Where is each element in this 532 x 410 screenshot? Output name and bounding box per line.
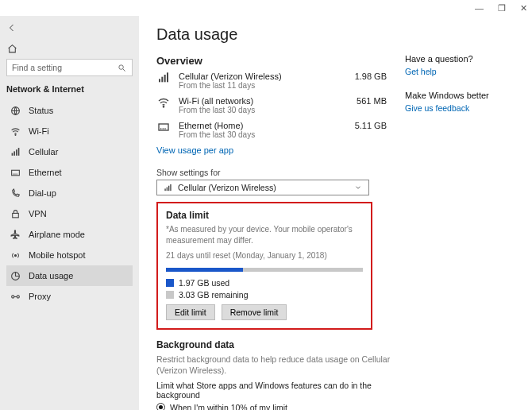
radio-icon [156,403,165,410]
main-content: Have a question? Get help Make Windows b… [139,16,532,410]
data-limit-progress [166,268,363,272]
overview-name: Wi-Fi (all networks) [179,96,349,106]
window-minimize-button[interactable]: — [475,3,484,13]
sidebar-item-dialup[interactable]: Dial-up [6,183,133,203]
aside-get-help-link[interactable]: Get help [405,67,516,76]
radio-label: When I'm within 10% of my limit [170,403,287,410]
svg-point-9 [14,254,16,256]
sidebar: Find a setting Network & Internet Status… [0,16,139,410]
sidebar-item-label: Status [29,106,53,115]
cellular-icon [156,72,171,83]
radio-option-10pct[interactable]: When I'm within 10% of my limit [156,403,403,410]
edit-limit-button[interactable]: Edit limit [166,304,215,320]
sidebar-section-title: Network & Internet [6,84,133,94]
svg-rect-6 [17,148,19,156]
svg-point-11 [11,295,13,297]
svg-rect-3 [11,153,13,155]
sidebar-item-label: Data usage [29,271,73,280]
svg-point-0 [118,64,123,69]
svg-rect-21 [168,185,168,190]
aside-question-title: Have a question? [405,54,516,64]
data-limit-progress-fill [166,268,243,272]
legend-remaining-text: 3.03 GB remaining [179,290,249,300]
dialup-icon [10,188,21,199]
svg-point-12 [17,295,19,297]
overview-name: Ethernet (Home) [179,121,347,130]
swatch-remaining [166,291,174,299]
view-usage-per-app-link[interactable]: View usage per app [156,145,233,155]
data-limit-note: *As measured by your device. Your mobile… [166,224,363,246]
datausage-icon [10,270,21,281]
proxy-icon [10,291,21,302]
data-limit-highlight: Data limit *As measured by your device. … [156,202,372,330]
remove-limit-button[interactable]: Remove limit [222,304,287,320]
home-icon[interactable] [6,43,17,54]
sidebar-item-ethernet[interactable]: Ethernet [6,162,133,183]
sidebar-item-label: Airplane mode [29,230,85,239]
show-settings-label: Show settings for [156,168,516,177]
overview-value: 5.11 GB [355,121,387,130]
page-title: Data usage [156,25,516,44]
show-settings-dropdown[interactable]: Cellular (Verizon Wireless) [156,180,369,195]
hotspot-icon [10,249,21,261]
svg-rect-5 [16,149,17,156]
overview-sub: From the last 11 days [179,81,347,90]
window-restore-button[interactable]: ❐ [498,3,506,14]
svg-rect-18 [159,124,168,130]
chevron-down-icon [353,182,364,193]
aside-feedback-link[interactable]: Give us feedback [405,103,516,113]
sidebar-item-vpn[interactable]: VPN [6,203,133,224]
airplane-icon [10,229,21,240]
ethernet-icon [156,121,171,132]
search-placeholder: Find a setting [12,63,62,72]
overview-row-cellular: Cellular (Verizon Wireless) From the las… [156,72,387,90]
overview-row-wifi: Wi-Fi (all networks) From the last 30 da… [156,96,387,114]
legend-used-text: 1.97 GB used [179,278,229,288]
window-close-button[interactable]: ✕ [520,3,527,14]
sidebar-item-status[interactable]: Status [6,100,133,121]
svg-rect-14 [161,77,163,83]
background-sub: Limit what Store apps and Windows featur… [156,381,403,400]
sidebar-item-proxy[interactable]: Proxy [6,286,133,307]
svg-rect-15 [164,75,166,82]
window-titlebar: — ❐ ✕ [0,0,532,16]
overview-sub: From the last 30 days [179,106,349,114]
svg-rect-13 [159,79,160,82]
overview-value: 1.98 GB [355,72,387,81]
sidebar-item-wifi[interactable]: Wi-Fi [6,121,133,141]
wifi-icon [156,96,171,107]
status-icon [10,105,21,116]
legend-remaining: 3.03 GB remaining [166,290,363,300]
legend-used: 1.97 GB used [166,278,363,288]
svg-point-17 [163,106,164,107]
sidebar-item-hotspot[interactable]: Mobile hotspot [6,245,133,265]
ethernet-icon [10,167,21,178]
sidebar-item-label: VPN [29,209,47,219]
cellular-icon [10,146,21,157]
svg-point-2 [14,134,15,135]
overview-sub: From the last 30 days [179,130,347,139]
svg-rect-16 [167,72,168,82]
background-desc: Restrict background data to help reduce … [156,354,403,376]
svg-rect-20 [166,187,167,191]
sidebar-item-label: Wi-Fi [29,126,49,136]
sidebar-nav: Status Wi-Fi Cellular Ethernet Dial-up V… [6,100,133,307]
svg-rect-22 [170,184,171,190]
svg-rect-8 [12,213,18,217]
sidebar-item-label: Ethernet [29,168,62,177]
sidebar-item-label: Cellular [29,147,58,157]
aside-feedback-title: Make Windows better [405,91,516,100]
sidebar-item-datausage[interactable]: Data usage [6,265,133,286]
sidebar-item-label: Mobile hotspot [29,250,86,260]
sidebar-item-airplane[interactable]: Airplane mode [6,224,133,245]
sidebar-item-cellular[interactable]: Cellular [6,141,133,162]
sidebar-item-label: Dial-up [29,188,56,198]
back-icon[interactable] [6,22,17,33]
dropdown-value: Cellular (Verizon Wireless) [178,183,276,192]
overview-name: Cellular (Verizon Wireless) [179,72,347,81]
search-input[interactable]: Find a setting [6,59,133,76]
data-limit-heading: Data limit [166,210,363,221]
svg-rect-19 [164,188,165,191]
overview-value: 561 MB [357,96,387,106]
vpn-icon [10,208,21,219]
